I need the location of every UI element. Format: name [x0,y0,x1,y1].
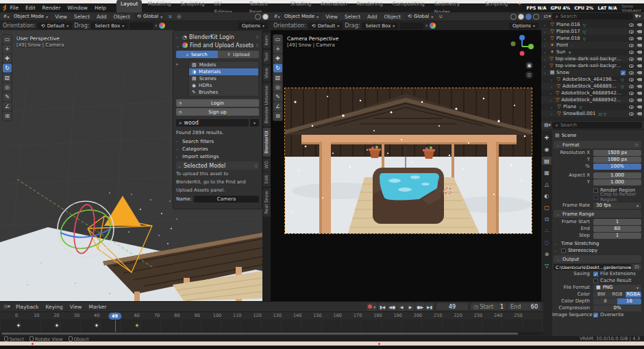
tool-button[interactable]: + [3,44,12,53]
viewport-menu[interactable]: Add [93,14,110,20]
current-frame-badge[interactable]: 49 [108,313,121,320]
properties-tab[interactable]: ⊡ [542,215,552,223]
timeline-ruler[interactable]: 0102030406070809010011012013014015016017… [0,312,543,320]
keyframe-diamond[interactable] [95,323,99,328]
keyframe-diamond[interactable] [54,323,59,328]
wireframe-shading-icon[interactable] [255,14,261,20]
sidebar-tab[interactable]: View [263,65,271,81]
sidebar-tab[interactable]: Blender Universe [263,83,271,127]
tool-button[interactable]: ✎ [3,92,12,101]
resolution-pct-slider[interactable]: 100% [593,164,641,170]
resolution-x-field[interactable]: 1920 px [593,150,641,156]
collapsed-section[interactable]: ›Search filters [176,138,259,145]
asset-type-option[interactable]: ◉HDRs [189,82,258,89]
lock-icon[interactable]: ⚿ [525,71,533,79]
playhead[interactable] [115,320,116,332]
sidebar-tab[interactable]: WD [263,158,271,171]
timeline-editor-icon[interactable]: ◷▾ [3,303,11,311]
frame-rate-dropdown[interactable]: 30 fps▾ [593,203,641,209]
outliner-row[interactable]: › ▽ AdobeStock_466889421 ▽ [541,83,644,90]
keyframe-diamond[interactable] [134,323,139,328]
viewport2[interactable]: Camera Perspective [49] Snow | Camera ▭+… [271,30,541,301]
tool-button[interactable]: ◎ [273,83,282,92]
outliner-row[interactable]: › ▽ Plane.018 ▽ [541,35,644,42]
signup-button[interactable]: ◔Sign up [176,108,259,116]
rendered-shading-icon[interactable] [533,14,539,20]
color-bw-option[interactable]: BW [593,292,609,298]
search-tab[interactable]: ⌕Search [176,51,218,58]
tool-button[interactable]: ↻ [3,64,12,73]
time-stretching-section[interactable]: ›Time Stretching [552,240,644,247]
outliner-row[interactable]: › ▽ top-view-dark-soil-background [541,55,644,62]
properties-tab[interactable]: ∴ [542,227,552,235]
collapsed-section[interactable]: ›Import settings [176,153,259,160]
drag-value-dropdown[interactable]: Select Box▾ [91,23,127,29]
hide-eye-icon[interactable] [629,92,634,95]
sidebar-tab[interactable]: Real Snow [263,188,271,217]
sidebar-tab[interactable]: BlenderKit [263,128,271,157]
hide-eye-icon[interactable] [629,99,634,102]
crop-region-checkbox[interactable]: ✓ [593,195,598,200]
solid-shading-icon[interactable] [518,14,524,20]
viewport-menu[interactable]: Select [71,14,93,20]
properties-tab[interactable]: ◌ [542,238,552,246]
hide-eye-icon[interactable] [629,23,634,27]
jump-to-end-button[interactable]: ▶▮ [425,303,434,311]
topbar-menu[interactable]: File [7,5,23,11]
timeline-menu[interactable]: Marker [85,304,110,310]
timeline-menu[interactable]: View [66,304,86,310]
depth-16-option[interactable]: 16 [617,298,641,305]
properties-tab[interactable]: ◐ [542,192,552,200]
outliner-row[interactable]: › ▽ Plane.016 ▽ [541,21,644,28]
viewlayer-selector[interactable]: ViewLayer [622,8,641,12]
aspect-x-field[interactable]: 1.000 [593,172,641,179]
asset-type-option[interactable]: ◑Materials [189,68,258,75]
viewport-menu[interactable]: Object [110,14,134,20]
outliner-row[interactable]: › ▽ AdobeStock_466889421.001 [541,90,644,96]
material-shading-icon[interactable] [525,14,532,20]
outliner-display-mode-icon[interactable]: 🗁︎▾ [543,13,552,21]
auto-key-record-button[interactable]: ▾ [367,303,377,311]
render-visibility-icon[interactable] [636,105,642,109]
blenderkit-login-section[interactable]: ›◔BlenderKit Login⠿ [176,33,259,41]
tool-button[interactable]: ↻ [273,64,282,73]
wireframe-shading-icon[interactable] [510,14,517,20]
hide-eye-icon[interactable] [629,64,634,68]
render-visibility-icon[interactable] [636,51,642,54]
find-upload-section[interactable]: ⌄Find and Upload Assets⠿ [176,41,259,49]
options-button[interactable]: Options▾ [238,23,268,29]
outliner-row[interactable]: › ▽ top-view-dark-soil-background [541,62,644,69]
viewport-menu[interactable]: Object [381,14,404,20]
render-visibility-icon[interactable] [636,64,642,68]
resolution-y-field[interactable]: 1080 px [593,157,641,163]
outliner-row[interactable]: › ☀ Sun ✳ [541,49,644,55]
folder-icon[interactable]: 🗀︎ [632,264,641,270]
editor-type-icon[interactable]: #▾ [273,13,281,21]
properties-tab[interactable]: △ [542,180,552,188]
file-format-dropdown[interactable]: ▦PNG▾ [593,285,641,291]
mode-dropdown[interactable]: Object Mode▾ [282,13,321,21]
render-visibility-icon[interactable] [636,71,642,75]
outliner-row[interactable]: › ▽ AdobeStock_464196044 ▽ [541,76,644,83]
topbar-menu[interactable]: Help [91,5,110,11]
outliner-row[interactable]: › ▽ AdobeStock_466889421.002 [541,96,644,103]
orientation-value-dropdown[interactable]: ⟲ Default▾ [38,23,72,29]
timeline-menu[interactable]: Playback [12,304,42,310]
asset-type-option[interactable]: ✎Brushes [189,89,258,96]
proportional-edit-icon[interactable]: ◎ [175,13,183,21]
search-history-dropdown[interactable]: ▾ [250,119,259,127]
render-visibility-icon[interactable] [636,57,642,61]
viewport-menu[interactable]: View [322,14,341,20]
snap-magnet-icon[interactable]: ∪ [436,13,445,21]
outliner-row[interactable]: › ☀ Point ◦ [541,42,644,49]
topbar-menu[interactable]: Render [39,5,64,11]
frame-end-pill[interactable]: End60 [508,303,541,310]
collection-checkbox[interactable]: ✓ [621,70,626,75]
outliner-row[interactable]: › ▤ Snow ✓ [541,69,644,76]
orientation-value-dropdown[interactable]: ⟲ Default▾ [308,23,343,29]
render-visibility-icon[interactable] [636,37,642,40]
render-visibility-icon[interactable] [636,92,642,95]
tool-button[interactable]: ◎ [3,83,12,92]
viewport-menu[interactable]: Add [364,14,381,20]
topbar-menu[interactable]: Window [64,5,91,11]
